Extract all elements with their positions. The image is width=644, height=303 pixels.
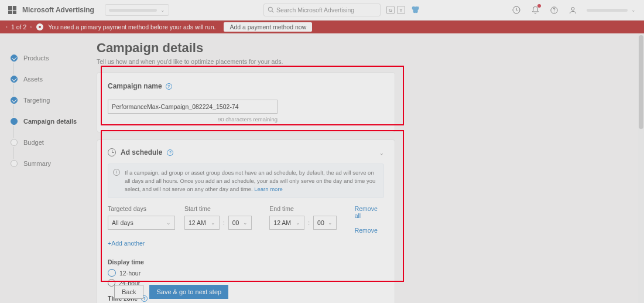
content-area: Campaign details Tell us how and when yo… [97,33,644,303]
clock-icon [108,148,116,156]
chevron-down-icon: ⌄ [160,7,165,13]
step-label: Campaign details [23,118,77,125]
page-subtitle: Tell us how and when you'd like to optim… [97,58,626,65]
back-button[interactable]: Back [114,285,143,299]
user-name-placeholder [587,9,628,12]
account-name-placeholder [109,9,157,12]
help-tooltip-icon[interactable]: ? [167,149,173,156]
account-switcher[interactable]: ⌄ [105,4,169,16]
step-label: Assets [23,76,43,83]
wizard-footer: Back Save & go to next step [97,281,637,303]
feedback-icon[interactable] [512,5,521,15]
targeted-days-select[interactable]: All days ⌄ [108,216,175,230]
time-sep: : [308,220,310,226]
char-remaining: 90 characters remaining [108,116,278,122]
help-icon[interactable] [549,5,559,15]
learn-more-link[interactable]: Learn more [254,186,283,192]
scrollbar-thumb[interactable] [639,35,643,129]
info-icon: i [113,169,120,176]
microsoft-logo-icon [8,6,16,14]
step-label: Targeting [23,97,50,104]
brand-name: Microsoft Advertising [22,6,94,14]
step-done-icon [11,97,18,104]
start-hour-select[interactable]: 12 AM⌄ [184,216,220,230]
search-icon [268,6,274,14]
copilot-icon[interactable] [410,5,420,15]
radio-12-label: 12-hour [119,270,141,277]
search-placeholder: Search Microsoft Advertising [276,6,354,13]
ad-schedule-title: Ad schedule [121,148,162,156]
col-start-label: Start time [184,205,260,212]
chevron-down-icon: ⌄ [631,7,636,13]
schedule-info: i If a campaign, ad group or asset group… [108,164,384,198]
chevron-down-icon: ⌄ [243,220,248,226]
app-header: Microsoft Advertising ⌄ Search Microsoft… [0,0,644,21]
alert-dot-icon [36,23,43,30]
alert-banner: ‹ 1 of 2 › You need a primary payment me… [0,21,644,33]
header-badges: G T [386,5,420,15]
step-label: Budget [23,139,44,146]
pager-next-icon[interactable]: › [30,24,32,30]
collapse-icon[interactable]: ⌃ [379,149,384,156]
campaign-name-card: Campaign name ? 90 characters remaining [97,72,395,132]
chevron-down-icon: ⌄ [211,220,215,226]
alert-pager: ‹ 1 of 2 › [6,23,32,30]
notifications-icon[interactable] [530,5,540,15]
help-tooltip-icon[interactable]: ? [166,83,172,90]
display-time-label: Display time [108,258,384,265]
badge-t[interactable]: T [397,6,405,14]
start-min-select[interactable]: 00⌄ [228,216,252,230]
add-payment-button[interactable]: Add a payment method now [224,22,312,32]
svg-point-4 [554,12,554,12]
campaign-name-label: Campaign name [108,82,162,90]
chevron-down-icon: ⌄ [328,220,333,226]
alert-message: You need a primary payment method before… [48,23,215,30]
step-done-icon [11,55,18,62]
svg-point-5 [571,7,574,10]
info-text: If a campaign, ad group or asset group d… [125,169,375,192]
search-input[interactable]: Search Microsoft Advertising [263,4,381,16]
ad-schedule-card: Ad schedule ? ⌃ i If a campaign, ad grou… [97,139,395,303]
radio-selected-icon [108,269,116,277]
step-campaign-details[interactable]: Campaign details [11,111,97,132]
svg-point-0 [268,7,272,11]
page-title: Campaign details [97,40,626,56]
badge-g[interactable]: G [386,6,395,14]
days-value: All days [112,219,133,226]
step-current-icon [11,118,18,125]
end-hour-select[interactable]: 12 AM⌄ [269,216,304,230]
add-another-link[interactable]: +Add another [108,240,145,247]
step-assets[interactable]: Assets [11,69,97,90]
col-days-label: Targeted days [108,205,175,212]
remove-link[interactable]: Remove [355,227,384,234]
step-label: Products [23,55,49,62]
step-todo-icon [11,139,18,146]
save-next-button[interactable]: Save & go to next step [149,285,228,299]
chevron-down-icon: ⌄ [296,220,300,226]
svg-line-1 [272,11,274,12]
step-done-icon [11,76,18,83]
pager-label: 1 of 2 [11,23,26,30]
wizard-sidebar: Products Assets Targeting Campaign detai… [0,33,97,303]
step-todo-icon [11,160,18,167]
radio-12-hour[interactable]: 12-hour [108,269,384,277]
remove-all-link[interactable]: Remove all [355,205,384,219]
step-summary[interactable]: Summary [11,153,97,174]
col-end-label: End time [269,205,345,212]
time-sep: : [223,220,225,226]
campaign-name-input[interactable] [108,100,278,114]
pager-prev-icon[interactable]: ‹ [6,24,8,30]
chevron-down-icon: ⌄ [166,220,171,226]
step-label: Summary [23,160,51,167]
step-targeting[interactable]: Targeting [11,90,97,111]
user-icon[interactable] [568,5,577,15]
step-budget[interactable]: Budget [11,132,97,153]
step-products[interactable]: Products [11,47,97,69]
end-min-select[interactable]: 00⌄ [313,216,337,230]
user-menu[interactable]: ⌄ [587,7,636,13]
